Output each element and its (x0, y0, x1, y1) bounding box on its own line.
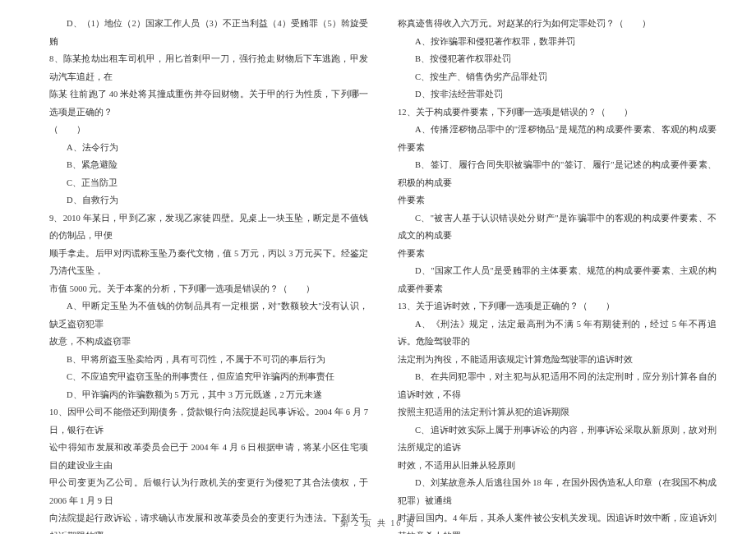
text-line: B、按侵犯著作权罪处罚 (398, 50, 717, 68)
text-line: 8、陈某抢劫出租车司机甲，用匕首刺甲一刀，强行抢走财物后下车逃跑，甲发动汽车追赶… (49, 50, 368, 85)
text-line: A、甲断定玉坠为不值钱的仿制品具有一定根据，对"数额较大"没有认识，缺乏盗窃犯罪 (49, 297, 368, 333)
text-line: 时效，不适用从旧兼从轻原则 (398, 457, 717, 475)
text-line: B、紧急避险 (49, 156, 368, 174)
text-line: 讼中得知市发展和改革委员会已于 2004 年 4 月 6 日根据申请，将某小区住… (49, 439, 368, 474)
text-line: C、"被害人基于认识错误处分财产"是诈骗罪中的客观的构成要件要素、不成文的构成要 (398, 209, 717, 245)
text-line: A、按诈骗罪和侵犯著作权罪，数罪并罚 (398, 33, 717, 51)
text-line: B、甲将所盗玉坠卖给丙，具有可罚性，不属于不可罚的事后行为 (49, 351, 368, 369)
text-line: A、法令行为 (49, 139, 368, 157)
text-line: 13、关于追诉时效，下列哪一选项是正确的？（ ） (398, 297, 717, 315)
right-column: 称真迹售得收入六万元。对赵某的行为如何定罪处罚？（ ）A、按诈骗罪和侵犯著作权罪… (398, 15, 717, 493)
text-line: C、正当防卫 (49, 174, 368, 192)
text-line: B、签订、履行合同失职被骗罪中的"签订、履行"是记述的构成要件要素、积极的构成要 (398, 156, 717, 191)
text-line: B、在共同犯罪中，对主犯与从犯适用不同的法定刑时，应分别计算各自的追诉时效，不得 (398, 368, 717, 403)
text-line: （ ） (49, 121, 368, 139)
text-line: C、按生产、销售伪劣产品罪处罚 (398, 68, 717, 86)
text-line: D、（1）地位（2）国家工作人员（3）不正当利益（4）受贿罪（5）斡旋受贿 (49, 15, 368, 50)
text-line: C、追诉时效实际上属于刑事诉讼的内容，刑事诉讼采取从新原则，故对刑法所规定的追诉 (398, 421, 717, 457)
text-line: 9、2010 年某日，甲到乙家，发现乙家徒四壁。见桌上一块玉坠，断定是不值钱的仿… (49, 209, 368, 245)
text-line: 按照主犯适用的法定刑计算从犯的追诉期限 (398, 403, 717, 421)
text-line: 法定刑为拘役，不能适用该规定计算危险驾驶罪的追诉时效 (398, 351, 717, 369)
text-line: D、刘某故意杀人后逃往国外 18 年，在国外因伪造私人印章（在我国不构成犯罪）被… (398, 474, 717, 509)
left-column: D、（1）地位（2）国家工作人员（3）不正当利益（4）受贿罪（5）斡旋受贿8、陈… (49, 15, 368, 493)
text-line: 甲公司变更为乙公司。后银行认为行政机关的变更行为侵犯了其合法债权，于 2006 … (49, 474, 368, 509)
text-line: 12、关于构成要件要素，下列哪一选项是错误的？（ ） (398, 104, 717, 122)
text-line: A、《刑法》规定，法定最高刑为不满 5 年有期徒刑的，经过 5 年不再追诉。危险… (398, 315, 717, 351)
text-line: A、传播淫秽物品罪中的"淫秽物品"是规范的构成要件要素、客观的构成要件要素 (398, 121, 717, 156)
text-line: 10、因甲公司不能偿还到期债务，贷款银行向法院提起民事诉讼。2004 年 6 月… (49, 403, 368, 439)
text-line: 件要素 (398, 191, 717, 209)
text-line: 顺手拿走。后甲对丙谎称玉坠乃秦代文物，值 5 万元，丙以 3 万元买下。经鉴定乃… (49, 245, 368, 280)
text-line: D、按非法经营罪处罚 (398, 85, 717, 104)
text-line: C、不应追究甲盗窃玉坠的刑事责任，但应追究甲诈骗丙的刑事责任 (49, 368, 368, 386)
text-line: D、"国家工作人员"是受贿罪的主体要素、规范的构成要件要素、主观的构成要件要素 (398, 262, 717, 297)
text-line: D、甲诈骗丙的诈骗数额为 5 万元，其中 3 万元既遂，2 万元未遂 (49, 386, 368, 404)
page-footer: 第 2 页 共 16 页 (0, 518, 756, 529)
text-line: 市值 5000 元。关于本案的分析，下列哪一选项是错误的？（ ） (49, 280, 368, 298)
text-line: 件要素 (398, 245, 717, 263)
text-line: D、自救行为 (49, 191, 368, 209)
text-line: 称真迹售得收入六万元。对赵某的行为如何定罪处罚？（ ） (398, 15, 717, 33)
text-line: 陈某 往前跑了 40 米处将其撞成重伤并夺回财物。关于甲的行为性质，下列哪一选项… (49, 85, 368, 121)
text-line: 故意，不构成盗窃罪 (49, 333, 368, 351)
